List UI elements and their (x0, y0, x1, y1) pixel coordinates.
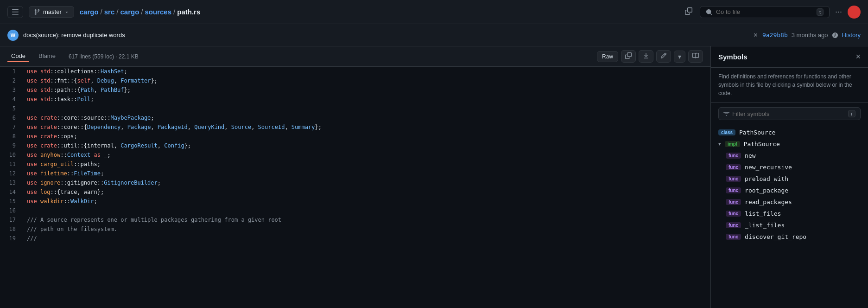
table-row: 8 use crate::ops; (0, 132, 710, 141)
symbols-title: Symbols (718, 53, 852, 61)
table-row: 3 use std::path::{Path, PathBuf}; (0, 85, 710, 95)
code-toolbar: Code Blame 617 lines (559 loc) · 22.1 KB… (0, 46, 710, 67)
symbol-func-name: discover_git_repo (745, 233, 806, 240)
commit-close-button[interactable]: × (754, 31, 758, 39)
symbol-badge-func: func (726, 234, 741, 240)
sidebar-toggle[interactable] (7, 6, 23, 18)
line-number: 11 (0, 160, 23, 169)
more-options-button[interactable]: ··· (833, 5, 844, 19)
line-code: use filetime::FileTime; (23, 169, 710, 178)
line-code: use std::path::{Path, PathBuf}; (23, 85, 710, 95)
table-row: 18 /// path on the filesystem. (0, 225, 710, 234)
chevron-down-icon: ▾ (718, 141, 721, 147)
line-number: 8 (0, 132, 23, 141)
line-code (23, 206, 710, 215)
history-button[interactable]: History (842, 32, 861, 38)
table-row: 17 /// A source represents one or multip… (0, 215, 710, 225)
top-nav: master cargo / src / cargo / sources / p… (0, 0, 868, 24)
symbol-badge-func: func (726, 199, 741, 205)
symbol-name: PathSource (744, 141, 780, 148)
line-number: 15 (0, 197, 23, 206)
symbol-func-name: root_package (745, 187, 788, 194)
table-row: 19 /// (0, 234, 710, 243)
line-code: /// A source represents one or multiple … (23, 215, 710, 225)
code-content[interactable]: 1 use std::collections::HashSet; 2 use s… (0, 67, 710, 308)
symbol-item-func[interactable]: func list_files (711, 208, 868, 219)
line-code: use walkdir::WalkDir; (23, 197, 710, 206)
history-label: History (842, 32, 861, 38)
line-number: 10 (0, 150, 23, 160)
line-number: 19 (0, 234, 23, 243)
tab-code[interactable]: Code (7, 51, 29, 62)
line-number: 4 (0, 95, 23, 104)
table-row: 14 use log::{trace, warn}; (0, 187, 710, 197)
line-code: /// (23, 234, 710, 243)
line-number: 17 (0, 215, 23, 225)
filter-icon (723, 111, 729, 117)
breadcrumb-sources[interactable]: sources (145, 8, 172, 16)
symbol-func-name: read_packages (745, 199, 792, 205)
line-code: use cargo_util::paths; (23, 160, 710, 169)
commit-time: 3 months ago (792, 32, 828, 38)
symbol-badge-func: func (726, 187, 741, 193)
edit-button[interactable] (656, 50, 671, 63)
commit-right: 9a29b8b 3 months ago History (762, 32, 861, 38)
code-table: 1 use std::collections::HashSet; 2 use s… (0, 67, 710, 243)
search-key: t (817, 8, 824, 16)
more-file-options[interactable]: ▾ (674, 51, 685, 63)
line-code (23, 104, 710, 113)
copy-content-button[interactable] (621, 50, 636, 63)
breadcrumb-src[interactable]: src (104, 8, 115, 16)
line-number: 1 (0, 67, 23, 76)
line-code: use crate::ops; (23, 132, 710, 141)
symbol-item-func[interactable]: func read_packages (711, 196, 868, 208)
table-row: 6 use crate::core::source::MaybePackage; (0, 113, 710, 122)
table-row: 9 use crate::util::{internal, CargoResul… (0, 141, 710, 150)
avatar[interactable] (848, 6, 861, 19)
line-number: 13 (0, 178, 23, 187)
breadcrumb-cargo2[interactable]: cargo (120, 8, 139, 16)
symbols-close-button[interactable]: × (855, 52, 861, 62)
search-icon (706, 9, 712, 15)
line-number: 14 (0, 187, 23, 197)
table-row: 12 use filetime::FileTime; (0, 169, 710, 178)
copy-path-button[interactable] (683, 6, 694, 18)
symbols-toggle[interactable] (688, 50, 703, 63)
branch-selector[interactable]: master (29, 6, 74, 18)
nav-right: t ··· (700, 5, 861, 19)
symbols-panel: Symbols × Find definitions and reference… (710, 46, 868, 308)
filter-input[interactable] (732, 110, 845, 117)
branch-name: master (43, 8, 62, 15)
table-row: 7 use crate::core::{Dependency, Package,… (0, 122, 710, 132)
symbols-description: Find definitions and references for func… (711, 68, 868, 103)
file-meta: 617 lines (559 loc) · 22.1 KB (69, 53, 139, 60)
symbol-item-func[interactable]: func _list_files (711, 219, 868, 231)
symbol-item-func[interactable]: func preload_with (711, 173, 868, 185)
symbol-item-class[interactable]: class PathSource (711, 127, 868, 138)
symbol-badge-func: func (726, 211, 741, 217)
breadcrumb-cargo[interactable]: cargo (80, 8, 99, 16)
symbol-item-func[interactable]: func new_recursive (711, 161, 868, 173)
download-button[interactable] (639, 50, 653, 63)
line-number: 5 (0, 104, 23, 113)
table-row: 2 use std::fmt::{self, Debug, Formatter}… (0, 76, 710, 85)
symbol-item-func[interactable]: func root_package (711, 185, 868, 196)
line-code: /// path on the filesystem. (23, 225, 710, 234)
symbol-item-impl[interactable]: ▾ impl PathSource (711, 138, 868, 150)
commit-bar: W docs(source): remove duplicate words ×… (0, 24, 868, 46)
symbol-badge-func: func (726, 222, 741, 228)
symbol-item-func[interactable]: func new (711, 150, 868, 161)
commit-sha: 9a29b8b (762, 32, 788, 38)
table-row: 13 use ignore::gitignore::GitignoreBuild… (0, 178, 710, 187)
symbol-badge-func: func (726, 153, 741, 159)
symbol-item-func[interactable]: func discover_git_repo (711, 231, 868, 243)
raw-button[interactable]: Raw (597, 51, 618, 62)
line-code: use crate::core::source::MaybePackage; (23, 113, 710, 122)
commit-message: docs(source): remove duplicate words (23, 32, 749, 38)
line-number: 9 (0, 141, 23, 150)
table-row: 16 (0, 206, 710, 215)
search-input[interactable] (716, 8, 813, 15)
tab-blame[interactable]: Blame (35, 51, 59, 62)
line-code: use ignore::gitignore::GitignoreBuilder; (23, 178, 710, 187)
line-number: 16 (0, 206, 23, 215)
